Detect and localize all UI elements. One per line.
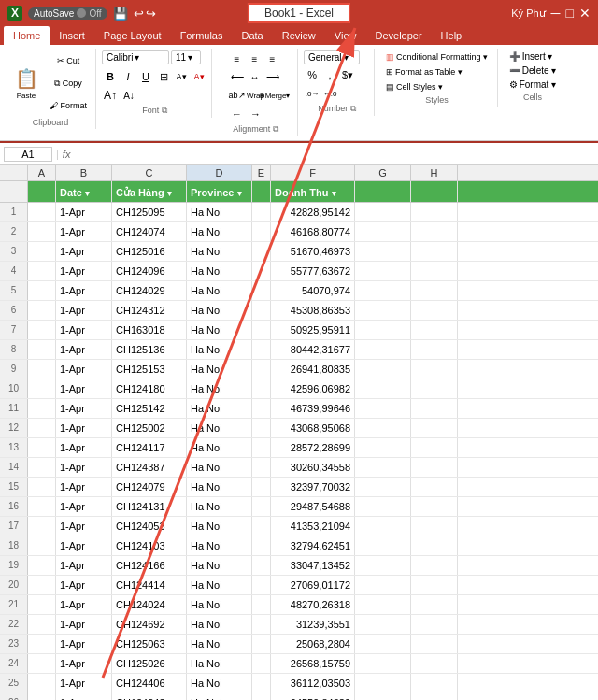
grid-container[interactable]: Date ▾ Cửa Hàng ▾ Province ▾ Doanh Thu ▾… — [0, 181, 598, 700]
underline-button[interactable]: U — [137, 68, 154, 85]
font-name-select[interactable]: Calibri ▾ — [102, 50, 169, 64]
table-row[interactable]: 131-AprCH124117Ha Noi28572,28699 — [0, 438, 598, 458]
excel-logo-icon: X — [7, 6, 22, 21]
align-left-button[interactable]: ⟵ — [229, 68, 246, 85]
table-row[interactable]: 111-AprCH125142Ha Noi46739,99646 — [0, 399, 598, 419]
table-row[interactable]: 121-AprCH125002Ha Noi43068,95068 — [0, 419, 598, 438]
table-row[interactable]: 11-AprCH125095Ha Noi42828,95142 — [0, 203, 598, 222]
col-header-g[interactable]: G — [355, 165, 411, 180]
tab-page-layout[interactable]: Page Layout — [94, 26, 171, 45]
fill-color-button[interactable]: A▾ — [173, 68, 190, 85]
minimize-button[interactable]: ─ — [551, 6, 561, 21]
formula-input[interactable] — [74, 149, 594, 160]
close-button[interactable]: ✕ — [579, 6, 591, 21]
percent-button[interactable]: % — [304, 66, 320, 83]
table-row[interactable]: 81-AprCH125136Ha Noi80442,31677 — [0, 340, 598, 360]
align-top-right-button[interactable]: ≡ — [264, 50, 281, 67]
increase-decimal-button[interactable]: .0→ — [304, 85, 320, 102]
col-header-d[interactable]: D — [187, 165, 252, 180]
format-button[interactable]: ⚙ Format ▾ — [507, 79, 559, 91]
decrease-decimal-button[interactable]: ←.0 — [321, 85, 338, 102]
align-top-center-button[interactable]: ≡ — [247, 50, 263, 67]
decrease-font-button[interactable]: A↓ — [121, 87, 137, 104]
conditional-formatting-button[interactable]: ▥ Conditional Formatting ▾ — [381, 50, 492, 64]
indent-increase-button[interactable]: → — [248, 106, 264, 122]
delete-button[interactable]: ➖ Delete ▾ — [507, 64, 559, 77]
merge-button[interactable]: ⊕Merge▾ — [266, 87, 283, 104]
italic-button[interactable]: I — [120, 68, 136, 85]
header-cell-province[interactable]: Province ▾ — [187, 181, 252, 202]
table-row[interactable]: 171-AprCH124053Ha Noi41353,21094 — [0, 517, 598, 536]
tab-insert[interactable]: Insert — [50, 26, 94, 45]
bold-button[interactable]: B — [102, 68, 119, 85]
tab-formulas[interactable]: Formulas — [171, 26, 233, 45]
table-row[interactable]: 51-AprCH124029Ha Noi54070,974 — [0, 281, 598, 301]
increase-font-button[interactable]: A↑ — [102, 87, 119, 104]
col-header-f[interactable]: F — [271, 165, 355, 180]
font-color-button[interactable]: A▾ — [191, 68, 207, 85]
number-format-value: General — [308, 52, 342, 63]
copy-button[interactable]: ⧉ Copy — [45, 73, 92, 93]
tab-data[interactable]: Data — [232, 26, 272, 45]
paste-button[interactable]: 📋 Paste — [9, 58, 43, 108]
col-header-c[interactable]: C — [112, 165, 187, 180]
header-cell-e[interactable] — [252, 181, 271, 202]
table-row[interactable]: 211-AprCH124024Ha Noi48270,26318 — [0, 595, 598, 615]
number-format-select[interactable]: General ▾ — [304, 50, 360, 64]
align-top-left-button[interactable]: ≡ — [229, 50, 246, 67]
format-as-table-button[interactable]: ⊞ Format as Table ▾ — [381, 65, 492, 79]
col-header-b[interactable]: B — [56, 165, 112, 180]
table-row[interactable]: 91-AprCH125153Ha Noi26941,80835 — [0, 360, 598, 379]
table-row[interactable]: 161-AprCH124131Ha Noi29487,54688 — [0, 497, 598, 517]
name-box[interactable] — [4, 147, 52, 162]
format-painter-button[interactable]: 🖌 Format — [45, 95, 92, 116]
insert-button[interactable]: ➕ Insert ▾ — [507, 50, 559, 63]
table-row[interactable]: 101-AprCH124180Ha Noi42596,06982 — [0, 379, 598, 399]
tab-review[interactable]: Review — [273, 26, 325, 45]
align-center-button[interactable]: ↔ — [247, 68, 263, 85]
col-header-e[interactable]: E — [252, 165, 271, 180]
table-row[interactable]: 31-AprCH125016Ha Noi51670,46973 — [0, 242, 598, 262]
orientation-button[interactable]: ab↗ — [229, 87, 246, 104]
table-row[interactable]: 201-AprCH124414Ha Noi27069,01172 — [0, 576, 598, 595]
header-cell-a[interactable] — [28, 181, 56, 202]
table-row[interactable]: 71-AprCH163018Ha Noi50925,95911 — [0, 321, 598, 340]
header-cell-cuahang[interactable]: Cửa Hàng ▾ — [112, 181, 187, 202]
col-header-h[interactable]: H — [411, 165, 458, 180]
comma-button[interactable]: , — [321, 66, 338, 83]
table-row[interactable]: 181-AprCH124103Ha Noi32794,62451 — [0, 536, 598, 556]
table-row[interactable]: 41-AprCH124096Ha Noi55777,63672 — [0, 262, 598, 281]
header-cell-g[interactable] — [355, 181, 411, 202]
table-row[interactable]: 231-AprCH125063Ha Noi25068,2804 — [0, 635, 598, 654]
cut-button[interactable]: ✂ Cut — [45, 50, 92, 71]
table-row[interactable]: 21-AprCH124074Ha Noi46168,80774 — [0, 222, 598, 242]
border-button[interactable]: ⊞ — [155, 68, 172, 85]
maximize-button[interactable]: □ — [566, 6, 574, 21]
table-row[interactable]: 191-AprCH124166Ha Noi33047,13452 — [0, 556, 598, 576]
cell-styles-button[interactable]: ▤ Cell Styles ▾ — [381, 80, 492, 93]
header-cell-date[interactable]: Date ▾ — [56, 181, 112, 202]
tab-view[interactable]: View — [325, 26, 366, 45]
autosave-toggle[interactable]: AutoSave Off — [28, 7, 107, 20]
undo-button[interactable]: ↩ — [134, 7, 144, 21]
table-row[interactable]: 141-AprCH124387Ha Noi30260,34558 — [0, 458, 598, 478]
table-row[interactable]: 261-AprCH124343Ha Noi24559,84839 — [0, 693, 598, 700]
tab-developer[interactable]: Developer — [365, 26, 431, 45]
font-size-select[interactable]: 11 ▾ — [171, 50, 201, 64]
table-row[interactable]: 251-AprCH124406Ha Noi36112,03503 — [0, 674, 598, 693]
indent-decrease-button[interactable]: ← — [229, 106, 246, 122]
tab-home[interactable]: Home — [4, 26, 50, 45]
tab-help[interactable]: Help — [432, 26, 472, 45]
save-button[interactable]: 💾 — [113, 7, 128, 21]
table-row[interactable]: 241-AprCH125026Ha Noi26568,15759 — [0, 654, 598, 674]
header-cell-h[interactable] — [411, 181, 458, 202]
table-row[interactable]: 151-AprCH124079Ha Noi32397,70032 — [0, 478, 598, 497]
table-row[interactable]: 221-AprCH124692Ha Noi31239,3551 — [0, 615, 598, 635]
align-right-button[interactable]: ⟶ — [264, 68, 281, 85]
header-cell-doanhthu[interactable]: Doanh Thu ▾ — [271, 181, 355, 202]
currency-button[interactable]: $▾ — [339, 66, 356, 83]
redo-button[interactable]: ↪ — [146, 7, 156, 21]
col-header-a[interactable]: A — [28, 165, 56, 180]
table-row[interactable]: 61-AprCH124312Ha Noi45308,86353 — [0, 301, 598, 321]
font-dialog-icon[interactable]: ⧉ — [162, 106, 167, 115]
